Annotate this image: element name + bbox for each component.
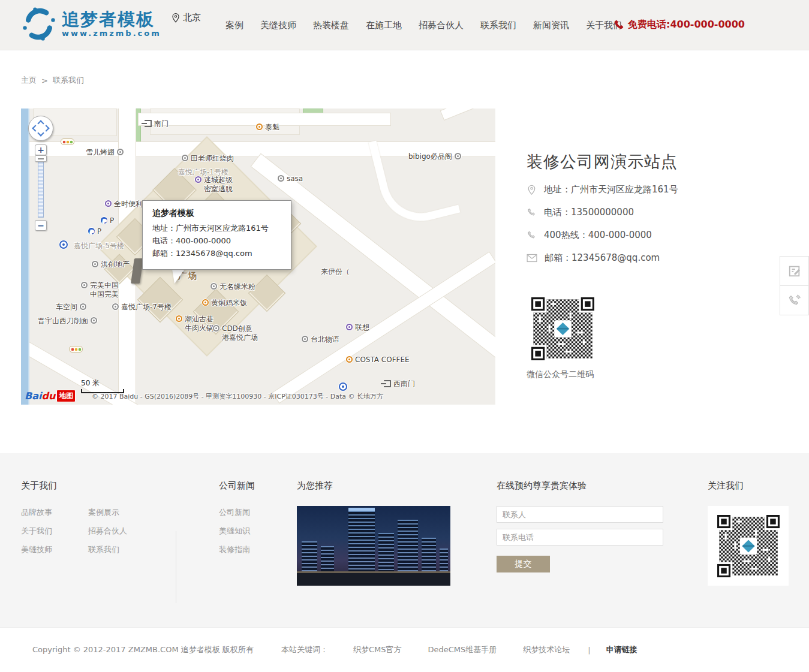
about-links-col1: 品牌故事关于我们美缝技师 [21,507,52,563]
logo-swirl-icon [21,6,57,42]
apply-link[interactable]: 申请链接 [606,644,637,655]
call-button[interactable] [780,285,809,315]
footer-link[interactable]: 装修指南 [219,544,255,555]
breadcrumb-home[interactable]: 主页 [21,75,37,86]
poi-icon [202,299,209,306]
pan-up-arrow[interactable] [37,120,44,126]
logo-subtitle: www.zmzmb.com [62,29,161,38]
copyright-text: Copyright © 2012-2017 ZMZMB.COM 追梦者模板 版权… [32,644,254,655]
footer-link[interactable]: 案例展示 [88,507,127,518]
phone-icon [527,207,537,218]
site-logo[interactable]: 追梦者模板 www.zmzmb.com [21,6,161,42]
footer-link[interactable]: 公司新闻 [219,507,255,518]
map-scale: 50 米 [81,378,124,393]
map-poi-label: COSTA COFFEE [346,355,410,364]
edit-form-icon [788,264,801,278]
map-poi-label: 西南门 [384,379,415,388]
floating-toolbar [780,257,809,315]
poi-icon [117,149,124,155]
zoom-in-button[interactable]: + [35,144,47,155]
footer-news-column: 公司新闻 公司新闻美缝知识装修指南 [219,480,255,563]
map-poi-label: 南门 [145,119,169,128]
breadcrumb: 主页 > 联系我们 [21,75,84,86]
phone-icon [527,230,537,240]
keyword-link[interactable]: DedeCMS维基手册 [428,644,497,655]
map-poi-label: 雪儿烤翅 [86,148,124,157]
footer-about-heading: 关于我们 [21,480,127,492]
contact-hotline-row: 400热线：400-000-0000 [527,230,778,241]
bottom-separator: | [588,646,590,655]
keyword-links: 织梦CMS官方DedeCMS维基手册织梦技术论坛 [353,644,596,655]
footer-link[interactable]: 品牌故事 [21,507,52,518]
nav-item[interactable]: 在施工地 [357,20,410,31]
pan-right-arrow[interactable] [43,125,49,131]
baidu-map-logo[interactable]: Bai du 地图 [25,390,76,402]
nav-item[interactable]: 招募合伙人 [410,20,472,31]
map-infowindow: 追梦者模板 地址：广州市天河区应龙路161号 电话：400-000-0000 邮… [142,200,291,270]
poi-icon [302,336,308,342]
footer-link[interactable]: 联系我们 [88,544,127,555]
message-button[interactable] [780,256,809,286]
keyword-link[interactable]: 织梦技术论坛 [523,644,570,655]
infowindow-address: 地址：广州市天河区应龙路161号 [152,222,281,235]
map-water [21,109,29,405]
keywords-label: 本站关键词： [281,644,328,655]
nav-item[interactable]: 美缝技师 [252,20,305,31]
baidu-map[interactable]: 南门 泰魁 雪儿烤翅 田老师红烧肉 [21,109,495,405]
zoom-slider-track[interactable] [38,158,44,218]
header: 追梦者模板 www.zmzmb.com 北京 案例 美缝技师 热装楼盘 在施工地… [0,0,809,50]
breadcrumb-current: 联系我们 [53,75,84,86]
poi-icon [81,282,88,288]
map-poi-label: P [101,216,114,225]
map-poi-label: 完美中国 中国完美 [81,281,119,299]
footer-recommend-column: 为您推荐 [297,480,450,586]
map-poi-label [339,382,350,391]
footer-divider [176,531,176,603]
map-pan-control[interactable] [28,116,53,141]
footer-news-heading: 公司新闻 [219,480,255,492]
infowindow-tail [172,269,185,284]
map-poi-label: P [88,227,101,236]
footer: 关于我们 品牌故事关于我们美缝技师 案例展示招募合伙人联系我们 公司新闻 公司新… [0,453,809,627]
poi-icon [176,315,182,322]
submit-button[interactable]: 提交 [497,556,550,572]
footer-link[interactable]: 招募合伙人 [88,526,127,537]
site-demo-title: 装修公司网演示站点 [527,151,778,173]
city-selector[interactable]: 北京 [171,12,201,23]
nav-item[interactable]: 联系我们 [472,20,525,31]
phone-icon [613,19,624,31]
pan-down-arrow[interactable] [37,129,44,136]
zoom-slider-handle[interactable] [35,155,47,162]
footer-link[interactable]: 美缝技师 [21,544,52,555]
footer-link[interactable]: 美缝知识 [219,526,255,537]
contact-name-input[interactable] [497,506,663,523]
keyword-link[interactable]: 织梦CMS官方 [353,644,402,655]
footer-about-column: 关于我们 品牌故事关于我们美缝技师 案例展示招募合伙人联系我们 [21,480,127,563]
poi-icon [112,303,119,310]
poi-icon [105,200,112,207]
zoom-out-button[interactable]: − [35,220,47,231]
contact-phone-row: 电话：13500000000 [527,207,778,218]
map-poi-label [59,240,70,249]
recommended-image[interactable] [297,506,450,586]
map-poi-label: 泰魁 [256,123,279,132]
contact-phone-input[interactable] [497,529,663,546]
poi-icon [101,217,107,224]
nav-item[interactable]: 案例 [217,20,252,31]
nav-item[interactable]: 新闻资讯 [525,20,578,31]
follow-qr-card [708,506,789,586]
pan-left-arrow[interactable] [32,125,38,131]
poi-icon [384,380,391,387]
map-poi-label [61,138,74,145]
nav-item[interactable]: 热装楼盘 [305,20,357,31]
poi-icon [80,303,86,310]
main-nav: 案例 美缝技师 热装楼盘 在施工地 招募合伙人 联系我们 新闻资讯 关于我们 [217,0,630,50]
map-poi-label: 田老师红烧肉 [182,154,234,163]
poi-icon [339,382,347,391]
hotline: 免费电话:400-000-0000 [613,19,745,31]
poi-icon [346,324,353,330]
map-poi-label: 无名缘米粉 [210,282,255,291]
footer-link[interactable]: 关于我们 [21,526,52,537]
footer-follow-heading: 关注我们 [708,480,789,492]
map-scale-label: 50 米 [81,379,100,387]
